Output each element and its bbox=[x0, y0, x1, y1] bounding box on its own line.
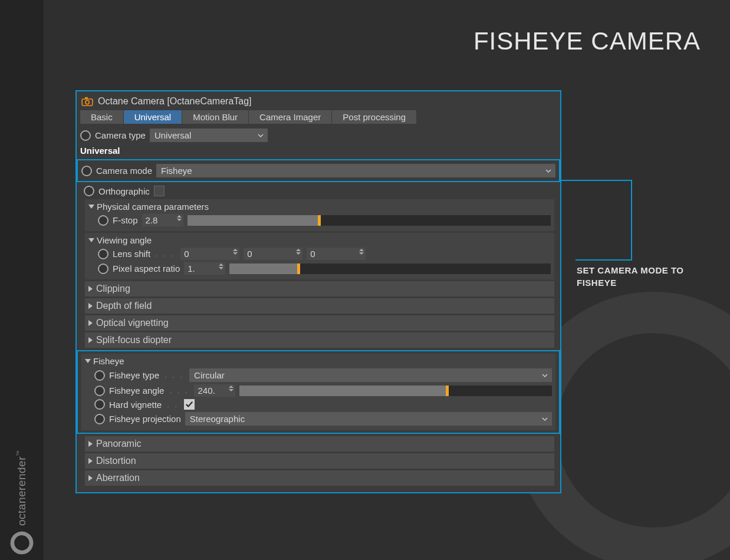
callout-text: SET CAMERA MODE TO FISHEYE bbox=[577, 264, 695, 289]
fstop-label: F-stop bbox=[113, 215, 138, 225]
anim-toggle-icon[interactable] bbox=[94, 386, 105, 396]
anim-toggle-icon[interactable] bbox=[94, 399, 105, 410]
camera-type-row: Camera type Universal bbox=[80, 127, 557, 143]
chevron-down-icon bbox=[541, 372, 548, 379]
camera-panel: Octane Camera [OctaneCameraTag] Basic Un… bbox=[75, 90, 561, 493]
pixel-aspect-label: Pixel aspect ratio bbox=[113, 263, 180, 274]
chevron-down-icon bbox=[545, 167, 552, 174]
camera-icon bbox=[81, 97, 93, 106]
physical-header[interactable]: Physical camera parameters bbox=[88, 200, 551, 213]
chevron-down-icon bbox=[257, 132, 264, 139]
physical-group: Physical camera parameters F-stop 2.8 bbox=[85, 199, 554, 231]
spacer-dots: . . . bbox=[163, 371, 185, 380]
viewing-header[interactable]: Viewing angle bbox=[88, 234, 551, 246]
clipping-group[interactable]: Clipping bbox=[85, 281, 554, 297]
fisheye-angle-input[interactable]: 240. bbox=[194, 384, 235, 397]
distortion-group[interactable]: Distortion bbox=[85, 453, 554, 469]
fisheye-type-label: Fisheye type bbox=[109, 370, 159, 380]
chevron-down-icon bbox=[541, 416, 548, 423]
spacer-dots: . . bbox=[166, 400, 180, 409]
fisheye-projection-label: Fisheye projection bbox=[109, 414, 181, 424]
anim-toggle-icon[interactable] bbox=[94, 370, 105, 381]
lens-shift-row: Lens shift . . . 0 0 0 bbox=[98, 246, 551, 261]
fisheye-type-row: Fisheye type . . . Circular bbox=[94, 367, 552, 383]
disclosure-right-icon bbox=[88, 320, 93, 326]
anim-toggle-icon[interactable] bbox=[80, 130, 91, 141]
fisheye-highlight: Fisheye Fisheye type . . . Circular Fish… bbox=[77, 350, 560, 434]
page-title: FISHEYE CAMERA bbox=[473, 27, 701, 55]
lens-shift-label: Lens shift bbox=[113, 249, 150, 259]
disclosure-down-icon bbox=[85, 359, 91, 363]
lens-shift-y[interactable]: 0 bbox=[244, 248, 302, 260]
disclosure-right-icon bbox=[88, 475, 93, 481]
tab-post-processing[interactable]: Post processing bbox=[332, 110, 416, 124]
anim-toggle-icon[interactable] bbox=[81, 166, 92, 176]
camera-mode-select[interactable]: Fisheye bbox=[156, 164, 555, 177]
fstop-input[interactable]: 2.8 bbox=[142, 214, 183, 226]
anim-toggle-icon[interactable] bbox=[98, 215, 108, 226]
disclosure-right-icon bbox=[88, 337, 93, 343]
hard-vignette-checkbox[interactable] bbox=[184, 399, 195, 410]
spacer-dots: . . . bbox=[168, 386, 190, 395]
disclosure-right-icon bbox=[88, 458, 93, 464]
svg-point-1 bbox=[86, 100, 89, 104]
panoramic-group[interactable]: Panoramic bbox=[85, 436, 554, 452]
panel-header: Octane Camera [OctaneCameraTag] bbox=[80, 95, 557, 110]
orthographic-checkbox[interactable] bbox=[154, 186, 165, 196]
fstop-row: F-stop 2.8 bbox=[98, 213, 551, 228]
tab-motion-blur[interactable]: Motion Blur bbox=[182, 110, 248, 124]
fisheye-header[interactable]: Fisheye bbox=[85, 355, 552, 367]
fisheye-group: Fisheye Fisheye type . . . Circular Fish… bbox=[81, 354, 555, 430]
callout-line bbox=[561, 180, 632, 181]
fisheye-projection-row: Fisheye projection Stereographic bbox=[94, 411, 552, 427]
anim-toggle-icon[interactable] bbox=[98, 263, 108, 274]
pixel-aspect-row: Pixel aspect ratio 1. bbox=[98, 261, 551, 276]
lens-shift-x[interactable]: 0 bbox=[180, 248, 239, 260]
fisheye-projection-select[interactable]: Stereographic bbox=[185, 412, 552, 426]
callout-line bbox=[631, 180, 632, 259]
tab-camera-imager[interactable]: Camera Imager bbox=[249, 110, 331, 124]
hard-vignette-label: Hard vignette bbox=[109, 400, 162, 410]
orthographic-label: Orthographic bbox=[98, 186, 150, 196]
anim-toggle-icon[interactable] bbox=[98, 249, 108, 259]
camera-type-select[interactable]: Universal bbox=[150, 129, 268, 142]
disclosure-right-icon bbox=[88, 441, 93, 447]
camera-type-label: Camera type bbox=[95, 130, 146, 140]
pixel-aspect-input[interactable]: 1. bbox=[184, 262, 225, 275]
fstop-slider[interactable] bbox=[188, 215, 551, 226]
optical-vignetting-group[interactable]: Optical vignetting bbox=[85, 315, 554, 331]
fisheye-angle-row: Fisheye angle . . . 240. bbox=[94, 383, 552, 398]
depth-of-field-group[interactable]: Depth of field bbox=[85, 298, 554, 314]
disclosure-right-icon bbox=[88, 286, 93, 292]
tab-bar: Basic Universal Motion Blur Camera Image… bbox=[80, 110, 557, 124]
svg-rect-2 bbox=[85, 97, 88, 99]
brand-text: octanerender™ bbox=[15, 450, 28, 526]
fisheye-angle-slider[interactable] bbox=[239, 386, 552, 396]
tab-basic[interactable]: Basic bbox=[80, 110, 123, 124]
split-focus-diopter-group[interactable]: Split-focus diopter bbox=[85, 332, 554, 348]
anim-toggle-icon[interactable] bbox=[94, 414, 105, 424]
left-sidebar: octanerender™ bbox=[0, 0, 44, 560]
brand-logo-icon bbox=[8, 529, 35, 556]
lens-shift-z[interactable]: 0 bbox=[307, 248, 366, 260]
anim-toggle-icon[interactable] bbox=[84, 186, 94, 196]
fisheye-type-select[interactable]: Circular bbox=[189, 368, 552, 382]
panel-title: Octane Camera [OctaneCameraTag] bbox=[98, 96, 252, 107]
disclosure-down-icon bbox=[88, 238, 94, 242]
spacer-dots: . . . bbox=[154, 249, 176, 258]
fisheye-angle-label: Fisheye angle bbox=[109, 386, 164, 396]
section-universal: Universal bbox=[80, 143, 557, 157]
check-icon bbox=[185, 400, 193, 409]
callout-line bbox=[576, 259, 632, 261]
camera-mode-label: Camera mode bbox=[96, 166, 152, 176]
pixel-aspect-slider[interactable] bbox=[229, 263, 551, 274]
hard-vignette-row: Hard vignette . . bbox=[94, 398, 552, 411]
tab-universal[interactable]: Universal bbox=[124, 110, 182, 124]
viewing-group: Viewing angle Lens shift . . . 0 0 0 Pix… bbox=[85, 233, 554, 279]
disclosure-down-icon bbox=[88, 205, 94, 209]
orthographic-row: Orthographic bbox=[80, 185, 557, 197]
aberration-group[interactable]: Aberration bbox=[85, 470, 554, 486]
camera-mode-highlight: Camera mode Fisheye bbox=[77, 159, 560, 182]
disclosure-right-icon bbox=[88, 303, 93, 309]
